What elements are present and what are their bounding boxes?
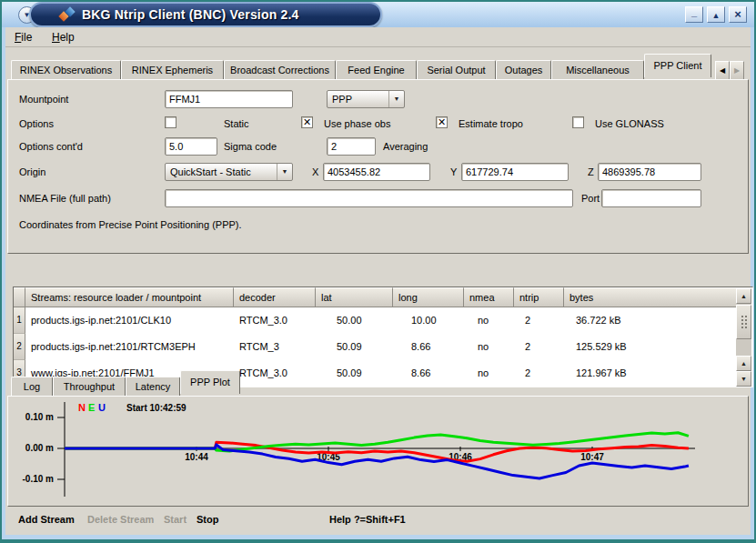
svg-text:10:44: 10:44 — [185, 452, 208, 462]
tab-scroll-left-button[interactable]: ◀ — [715, 61, 730, 80]
col-header-bytes[interactable]: bytes — [564, 287, 737, 307]
options-contd-label: Options cont'd — [19, 141, 83, 152]
close-icon: × — [734, 7, 741, 21]
col-header-decoder[interactable]: decoder — [234, 287, 316, 307]
ppp-note-text: Coordinates from Precise Point Positioni… — [19, 219, 242, 230]
tab-log[interactable]: Log — [11, 377, 53, 397]
tab-rinex-ephemeris[interactable]: RINEX Ephemeris — [121, 60, 224, 80]
use-glonass-label: Use GLONASS — [595, 118, 664, 129]
estimate-tropo-label: Estimate tropo — [459, 118, 523, 129]
tab-outages[interactable]: Outages — [496, 60, 551, 80]
svg-text:10:47: 10:47 — [580, 452, 604, 462]
delete-stream-button: Delete Stream — [87, 514, 154, 525]
tab-miscellaneous[interactable]: Miscellaneous — [551, 60, 644, 80]
maximize-icon: ▲ — [712, 11, 721, 20]
use-phase-obs-label: Use phase obs — [324, 118, 390, 129]
arrow-left-icon: ◀ — [720, 66, 725, 75]
window-content: File Help RINEX Observations RINEX Ephem… — [5, 27, 751, 535]
grip-dots-icon — [741, 315, 749, 329]
titlebar[interactable]: ▼ BKG Ntrip Client (BNC) Version 2.4 _ ▲… — [2, 2, 754, 27]
mountpoint-label: Mountpoint — [19, 94, 68, 105]
tab-ppp-client[interactable]: PPP Client — [644, 54, 711, 77]
scroll-up-button-2[interactable]: ▲ — [736, 356, 751, 371]
col-header-lat[interactable]: lat — [316, 287, 393, 307]
table-row[interactable]: products.igs-ip.net:2101/RTCM3EPH — [25, 334, 234, 360]
tab-serial-output[interactable]: Serial Output — [417, 60, 496, 80]
combo-arrow-icon: ▼ — [277, 164, 292, 180]
table-row[interactable]: products.igs-ip.net:2101/CLK10 — [25, 307, 234, 334]
port-label: Port — [581, 193, 600, 204]
tab-broadcast-corrections[interactable]: Broadcast Corrections — [224, 60, 336, 80]
col-header-mountpoint[interactable]: Streams: resource loader / mountpoint — [25, 287, 234, 307]
maximize-button[interactable]: ▲ — [707, 6, 725, 23]
ppp-plot-panel: 0.10 m0.00 m-0.10 m10:4410:4510:4610:47N… — [7, 396, 749, 507]
ppp-mode-value: PPP — [328, 94, 388, 105]
arrow-right-icon: ▶ — [734, 66, 740, 75]
table-scrollbar[interactable]: ▲ ▲ ▼ — [736, 288, 751, 387]
start-button: Start — [164, 514, 186, 525]
ppp-mode-combobox[interactable]: PPP ▼ — [327, 90, 405, 108]
row-header-2: 2 — [14, 334, 25, 360]
use-phase-obs-checkbox[interactable]: ✕ — [301, 116, 313, 128]
svg-text:0.10 m: 0.10 m — [25, 412, 54, 422]
window-title: BKG Ntrip Client (BNC) Version 2.4 — [82, 7, 299, 22]
bnc-window: ▼ BKG Ntrip Client (BNC) Version 2.4 _ ▲… — [0, 0, 756, 543]
title-pill: BKG Ntrip Client (BNC) Version 2.4 — [29, 2, 382, 27]
use-glonass-checkbox[interactable] — [572, 116, 584, 128]
estimate-tropo-checkbox[interactable]: ✕ — [436, 116, 448, 128]
nmea-port-input[interactable] — [601, 189, 701, 207]
combo-arrow-icon: ▼ — [388, 91, 404, 107]
static-label: Static — [224, 118, 249, 129]
col-header-nmea[interactable]: nmea — [464, 287, 514, 307]
origin-y-input[interactable] — [461, 163, 569, 181]
nmea-file-label: NMEA File (full path) — [19, 193, 111, 204]
scroll-down-button[interactable]: ▼ — [736, 371, 751, 387]
main-tabbar: RINEX Observations RINEX Ephemeris Broad… — [11, 56, 744, 80]
svg-text:U: U — [98, 402, 106, 413]
minimize-icon: _ — [691, 6, 697, 17]
menubar: File Help — [5, 27, 751, 47]
arrow-down-icon: ▼ — [741, 376, 747, 382]
averaging-input[interactable] — [327, 137, 376, 156]
svg-text:Start 10:42:59: Start 10:42:59 — [126, 403, 186, 413]
col-header-ntrip[interactable]: ntrip — [514, 287, 564, 307]
tab-throughput[interactable]: Throughput — [53, 377, 126, 397]
bnc-app-icon — [58, 7, 75, 22]
help-button[interactable]: Help ?=Shift+F1 — [329, 514, 406, 525]
static-checkbox[interactable] — [165, 116, 176, 128]
table-corner — [14, 287, 25, 307]
svg-text:N: N — [78, 402, 86, 413]
origin-label: Origin — [19, 166, 45, 177]
origin-z-label: Z — [588, 166, 594, 177]
svg-text:E: E — [88, 402, 95, 413]
close-button[interactable]: × — [729, 6, 747, 23]
tab-latency[interactable]: Latency — [126, 377, 180, 397]
origin-combo-value: QuickStart - Static — [166, 166, 277, 177]
nmea-file-input[interactable] — [165, 189, 573, 207]
svg-text:-0.10 m: -0.10 m — [23, 474, 55, 484]
origin-z-input[interactable] — [598, 163, 701, 181]
bottom-tabbar: Log Throughput Latency PPP Plot — [11, 373, 240, 397]
minimize-button[interactable]: _ — [685, 6, 703, 23]
ppp-plot-chart: 0.10 m0.00 m-0.10 m10:4410:4510:4610:47N… — [8, 397, 748, 506]
tab-rinex-observations[interactable]: RINEX Observations — [11, 60, 121, 80]
mountpoint-input[interactable] — [165, 90, 293, 108]
scrollbar-thumb[interactable] — [736, 305, 751, 339]
col-header-long[interactable]: long — [393, 287, 464, 307]
tab-scroll-right-button: ▶ — [730, 61, 744, 80]
sigma-code-input[interactable] — [165, 137, 217, 156]
options-label: Options — [19, 118, 54, 129]
svg-text:0.00 m: 0.00 m — [25, 443, 54, 453]
origin-combobox[interactable]: QuickStart - Static ▼ — [165, 163, 293, 181]
tab-ppp-plot[interactable]: PPP Plot — [180, 370, 240, 394]
arrow-up-icon: ▲ — [741, 360, 747, 367]
scroll-up-button[interactable]: ▲ — [736, 288, 751, 304]
stop-button[interactable]: Stop — [197, 514, 218, 525]
arrow-up-icon: ▲ — [741, 293, 747, 299]
origin-x-input[interactable] — [323, 163, 430, 181]
menu-help[interactable]: Help — [52, 31, 75, 44]
add-stream-button[interactable]: Add Stream — [18, 514, 75, 525]
sigma-code-label: Sigma code — [224, 141, 277, 152]
tab-feed-engine[interactable]: Feed Engine — [336, 60, 417, 80]
menu-file[interactable]: File — [15, 31, 32, 44]
